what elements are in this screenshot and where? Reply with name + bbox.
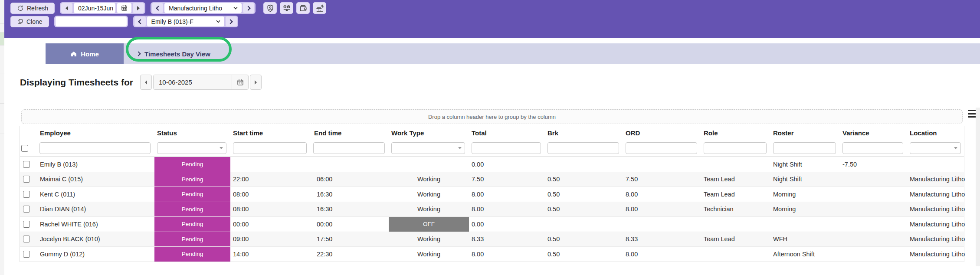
cell-work-type: Working (389, 202, 469, 217)
row-select-cell (20, 247, 33, 262)
header-start-time[interactable]: Start time (230, 129, 311, 137)
filter-work-type[interactable] (391, 142, 465, 154)
cell-work-type: Working (389, 247, 469, 262)
employee-prev-button[interactable] (134, 16, 146, 26)
status-badge[interactable]: Pending (154, 187, 230, 202)
team-select[interactable]: Manufacturing Litho (164, 3, 242, 13)
cell-start-time: 08:00 (230, 187, 311, 202)
header-roster[interactable]: Roster (770, 129, 840, 137)
cell-location: Manufacturing Litho (907, 217, 965, 232)
previous-day-button[interactable] (140, 75, 152, 90)
filter-employee[interactable] (39, 142, 151, 154)
day-date-input[interactable] (154, 75, 232, 89)
table-row: Rachel WHITE (016) Pending 00:00 00:00 O… (20, 216, 964, 232)
cell-employee: Kent C (011) (33, 187, 154, 202)
header-brk[interactable]: Brk (545, 129, 623, 137)
hamburger-icon (968, 116, 977, 118)
cell-brk: 0.50 (545, 172, 623, 187)
time-balance-button[interactable] (280, 2, 293, 14)
filter-brk[interactable] (547, 142, 619, 154)
chevron-left-icon (138, 19, 143, 24)
cell-location: Manufacturing Litho (907, 172, 965, 187)
filter-roster[interactable] (773, 142, 836, 154)
cell-role: Team Lead (701, 232, 770, 247)
date-range-next-button[interactable] (133, 3, 144, 13)
row-checkbox[interactable] (23, 236, 30, 242)
employee-selector-group: Emily B (013)-F (133, 16, 238, 27)
shield-user-button[interactable] (263, 2, 277, 14)
row-checkbox[interactable] (23, 161, 30, 168)
next-day-button[interactable] (250, 75, 262, 90)
status-badge[interactable]: Pending (154, 217, 230, 232)
date-range-value[interactable]: 02Jun-15Jun (74, 3, 115, 13)
date-range-prev-button[interactable] (61, 3, 72, 13)
status-badge[interactable]: Pending (154, 232, 230, 247)
left-strip-segment (0, 73, 4, 104)
cell-location: Manufacturing Litho (907, 247, 965, 262)
row-checkbox[interactable] (23, 191, 30, 198)
scrollbar-track[interactable] (976, 108, 980, 266)
header-role[interactable]: Role (701, 129, 770, 137)
refresh-button[interactable]: Refresh (10, 3, 55, 14)
filter-ord[interactable] (626, 142, 697, 154)
refresh-icon (17, 5, 24, 12)
column-menu-button[interactable] (968, 110, 977, 118)
cell-ord (623, 217, 701, 232)
header-work-type[interactable]: Work Type (389, 129, 469, 137)
filter-start-time[interactable] (233, 142, 307, 154)
header-end-time[interactable]: End time (311, 129, 389, 137)
status-badge[interactable]: Pending (154, 247, 230, 262)
cell-ord: 8.00 (623, 202, 701, 217)
day-calendar-button[interactable] (232, 75, 248, 89)
employee-select[interactable]: Emily B (013)-F (147, 16, 224, 26)
tab-timesheets-day-view[interactable]: Timesheets Day View (124, 43, 223, 64)
cell-brk (545, 217, 623, 232)
row-checkbox[interactable] (23, 176, 30, 183)
header-status[interactable]: Status (154, 129, 230, 137)
group-drop-zone[interactable]: Drop a column header here to group by th… (21, 109, 963, 124)
left-strip-segment (0, 24, 4, 33)
row-checkbox[interactable] (23, 206, 30, 213)
cell-status: Pending (154, 232, 230, 247)
select-all-checkbox[interactable] (21, 145, 28, 152)
header-location[interactable]: Location (907, 129, 965, 137)
hamburger-icon (968, 110, 977, 111)
team-next-button[interactable] (243, 3, 254, 13)
filter-total[interactable] (472, 142, 541, 154)
cell-end-time: 00:00 (311, 217, 389, 232)
row-checkbox[interactable] (23, 221, 30, 228)
chevron-right-icon (228, 19, 233, 24)
prev-arrow-icon (66, 6, 68, 10)
cell-variance (840, 202, 907, 217)
filter-role[interactable] (704, 142, 767, 154)
header-ord[interactable]: ORD (623, 129, 701, 137)
cell-location: Manufacturing Litho (907, 187, 965, 202)
next-arrow-icon (137, 6, 140, 10)
cell-start-time: 22:00 (230, 172, 311, 187)
row-checkbox[interactable] (23, 251, 30, 258)
wallet-button[interactable] (296, 2, 310, 14)
header-variance[interactable]: Variance (840, 129, 907, 137)
date-range-calendar-button[interactable] (117, 3, 131, 13)
header-total[interactable]: Total (469, 129, 545, 137)
tab-bar: Home Timesheets Day View (46, 43, 980, 64)
filter-variance[interactable] (842, 142, 903, 154)
filter-end-time[interactable] (313, 142, 385, 154)
cell-roster: Afternoon Shift (770, 247, 840, 262)
filter-location[interactable] (910, 142, 961, 154)
header-employee[interactable]: Employee (33, 129, 154, 137)
chevron-down-icon (234, 5, 238, 9)
search-input[interactable] (62, 17, 140, 26)
status-badge[interactable]: Pending (154, 202, 230, 217)
tab-home[interactable]: Home (46, 43, 124, 64)
status-badge[interactable]: Pending (154, 157, 230, 172)
status-badge[interactable]: Pending (154, 172, 230, 187)
filter-status[interactable] (157, 142, 226, 154)
employee-next-button[interactable] (226, 16, 237, 26)
leave-umbrella-icon (315, 4, 324, 13)
leave-umbrella-button[interactable] (313, 2, 326, 14)
page-title: Displaying Timesheets for (20, 77, 133, 88)
clone-button[interactable]: Clone (10, 16, 49, 27)
cell-roster: Night Shift (770, 157, 840, 172)
team-prev-button[interactable] (152, 3, 163, 13)
